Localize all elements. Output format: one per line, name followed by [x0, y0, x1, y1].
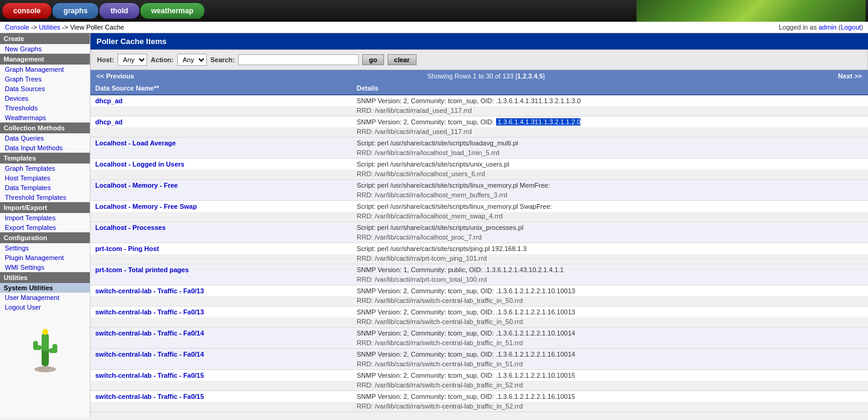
datasource-name-link[interactable]: prt-tcom - Total printed pages	[95, 266, 189, 273]
details-cell-line2: RRD: /var/lib/cacti/rra/switch-central-l…	[352, 360, 868, 370]
details-cell-line2: RRD: /var/lib/cacti/rra/localhost_mem_sw…	[352, 212, 868, 222]
details-cell-line1: SNMP Version: 2, Community: tcom_sup, OI…	[352, 391, 868, 402]
sidebar-item-data-sources[interactable]: Data Sources	[0, 84, 90, 94]
prev-page-link[interactable]: << Previous	[96, 72, 134, 80]
configuration-section-header: Configuration	[0, 232, 90, 243]
page-1-link[interactable]: 1	[517, 72, 521, 80]
datasource-name-link[interactable]: Localhost - Processes	[95, 224, 166, 231]
main-layout: Create New Graphs Management Graph Manag…	[0, 33, 868, 418]
datasource-name-link[interactable]: switch-central-lab - Traffic - Fa0/15	[95, 372, 204, 379]
datasource-name-link[interactable]: switch-central-lab - Traffic - Fa0/13	[95, 308, 204, 316]
sidebar-item-export-templates[interactable]: Export Templates	[0, 223, 90, 232]
svg-point-0	[34, 366, 56, 372]
sidebar-item-user-management[interactable]: User Management	[0, 293, 90, 302]
details-cell-line2: RRD: /var/lib/cacti/rra/switch-central-l…	[352, 402, 868, 412]
host-select[interactable]: Any	[118, 54, 147, 66]
collection-section-header: Collection Methods	[0, 122, 90, 133]
empty-cell	[90, 191, 352, 201]
weathermap-nav-btn[interactable]: weathermap	[140, 3, 204, 19]
sidebar-item-graph-templates[interactable]: Graph Templates	[0, 164, 90, 173]
svg-rect-6	[52, 344, 57, 353]
next-page-link[interactable]: Next >>	[838, 72, 862, 80]
search-input[interactable]	[238, 54, 359, 65]
templates-section-header: Templates	[0, 153, 90, 164]
graphs-nav-btn[interactable]: graphs	[52, 3, 98, 19]
datasource-name-link[interactable]: Localhost - Load Average	[95, 139, 176, 147]
highlighted-oid: .1.3.6.1.4.1.311.1.3.2.1.1.2.0	[496, 118, 581, 126]
action-select[interactable]: Any	[177, 54, 207, 66]
empty-cell	[90, 381, 352, 391]
details-cell-line2: RRD: /var/lib/cacti/rra/localhost_proc_7…	[352, 233, 868, 243]
datasource-name-link[interactable]: Localhost - Logged in Users	[95, 161, 184, 168]
thold-nav-btn[interactable]: thold	[99, 3, 139, 19]
datasource-name-cell: dhcp_ad	[90, 116, 352, 128]
empty-cell	[90, 127, 352, 138]
sidebar-item-data-input-methods[interactable]: Data Input Methods	[0, 143, 90, 153]
table-row-sub: RRD: /var/lib/cacti/rra/switch-central-l…	[90, 296, 868, 307]
sidebar-item-plugin-management[interactable]: Plugin Management	[0, 253, 90, 262]
datasource-name-cell: switch-central-lab - Traffic - Fa0/15	[90, 370, 352, 381]
col-header-details: Details	[352, 82, 868, 95]
breadcrumb-utilities-link[interactable]: Utilities	[39, 24, 60, 31]
datasource-name-link[interactable]: switch-central-lab - Traffic - Fa0/15	[95, 393, 204, 400]
sidebar-item-wmi-settings[interactable]: WMI Settings	[0, 262, 90, 272]
admin-link[interactable]: admin	[819, 24, 837, 31]
datasource-name-cell: switch-central-lab - Traffic - Fa0/14	[90, 328, 352, 339]
col-header-name: Data Source Name**	[90, 82, 352, 95]
clear-button[interactable]: clear	[388, 54, 417, 65]
empty-cell	[90, 254, 352, 264]
table-row-sub: RRD: /var/lib/cacti/rra/switch-central-l…	[90, 402, 868, 412]
table-row-sub: RRD: /var/lib/cacti/rra/prt-tcom_ping_10…	[90, 254, 868, 264]
table-row-sub: RRD: /var/lib/cacti/rra/switch-central-l…	[90, 360, 868, 370]
datasource-name-link[interactable]: dhcp_ad	[95, 97, 122, 104]
sidebar-item-graph-management[interactable]: Graph Management	[0, 65, 90, 74]
create-section-header: Create	[0, 33, 90, 44]
filter-bar: Host: Any Action: Any Search: go clear	[90, 49, 868, 70]
sidebar-item-weathermaps[interactable]: Weathermaps	[0, 113, 90, 122]
datasource-name-link[interactable]: switch-central-lab - Traffic - Fa0/14	[95, 329, 204, 337]
table-row: Localhost - Memory - Free SwapScript: pe…	[90, 201, 868, 212]
table-row: dhcp_adSNMP Version: 2, Community: tcom_…	[90, 116, 868, 128]
details-cell-line1: SNMP Version: 2, Community: tcom_sup, OI…	[352, 95, 868, 106]
management-section-header: Management	[0, 54, 90, 65]
datasource-name-link[interactable]: Localhost - Memory - Free Swap	[95, 203, 197, 210]
sidebar-item-graph-trees[interactable]: Graph Trees	[0, 74, 90, 84]
search-label: Search:	[210, 56, 234, 63]
details-cell-line1: SNMP Version: 2, Community: tcom_sup, OI…	[352, 328, 868, 339]
sidebar-item-settings[interactable]: Settings	[0, 243, 90, 253]
empty-cell	[90, 402, 352, 412]
datasource-name-cell: Localhost - Logged in Users	[90, 159, 352, 170]
page-title: Poller Cache Items	[96, 37, 166, 46]
datasource-name-link[interactable]: switch-central-lab - Traffic - Fa0/14	[95, 351, 204, 358]
table-row: switch-central-lab - Traffic - Fa0/13SNM…	[90, 307, 868, 318]
go-button[interactable]: go	[362, 54, 383, 65]
table-row: switch-central-lab - Traffic - Fa0/15SNM…	[90, 391, 868, 402]
sidebar-item-threshold-templates[interactable]: Threshold Templates	[0, 192, 90, 202]
datasource-name-link[interactable]: dhcp_ad	[95, 118, 122, 126]
console-nav-btn[interactable]: console	[2, 3, 51, 19]
sidebar-item-devices[interactable]: Devices	[0, 94, 90, 103]
sidebar-item-host-templates[interactable]: Host Templates	[0, 173, 90, 183]
sidebar-item-new-graphs[interactable]: New Graphs	[0, 44, 90, 54]
datasource-name-link[interactable]: prt-tcom - Ping Host	[95, 245, 159, 252]
details-cell-line2: RRD: /var/lib/cacti/rra/localhost_mem_bu…	[352, 191, 868, 201]
breadcrumb-console-link[interactable]: Console	[5, 24, 29, 31]
datasource-name-cell: switch-central-lab - Traffic - Fa0/15	[90, 391, 352, 402]
page-2-link[interactable]: 2	[523, 72, 526, 80]
sidebar-item-data-templates[interactable]: Data Templates	[0, 183, 90, 192]
datasource-name-link[interactable]: Localhost - Memory - Free	[95, 182, 178, 189]
sidebar-item-data-queries[interactable]: Data Queries	[0, 133, 90, 143]
sidebar-item-thresholds[interactable]: Thresholds	[0, 103, 90, 113]
page-3-link[interactable]: 3	[528, 72, 532, 80]
empty-cell	[90, 106, 352, 116]
details-cell-line1: SNMP Version: 2, Community: tcom_sup, OI…	[352, 307, 868, 318]
page-5-link[interactable]: 5	[539, 72, 543, 80]
table-row: Localhost - Logged in UsersScript: perl …	[90, 159, 868, 170]
page-4-link[interactable]: 4	[534, 72, 538, 80]
datasource-name-link[interactable]: switch-central-lab - Traffic - Fa0/13	[95, 287, 204, 294]
sidebar-item-logout-user[interactable]: Logout User	[0, 302, 90, 312]
sidebar-item-import-templates[interactable]: Import Templates	[0, 213, 90, 223]
logout-link[interactable]: Logout	[841, 24, 861, 31]
datasource-name-cell: Localhost - Memory - Free Swap	[90, 201, 352, 212]
table-row: switch-central-lab - Traffic - Fa0/13SNM…	[90, 285, 868, 297]
